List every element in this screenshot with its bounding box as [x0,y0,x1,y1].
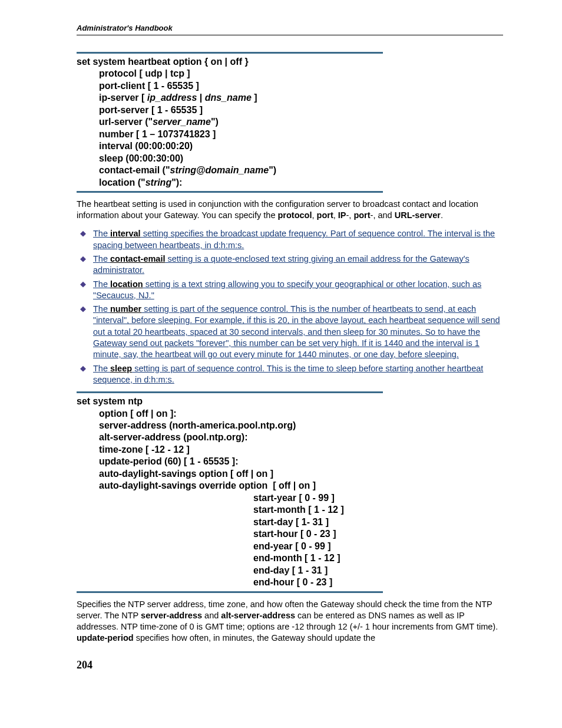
page-header: Administrator's Handbook [77,24,503,35]
cmd-line: contact-email ("string@domain_name") [77,164,276,176]
cmd-line: protocol [ udp | tcp ] [77,68,190,80]
command-box: set system ntp option [ off | on ]: serv… [77,391,383,593]
cmd-line: option [ off | on ]: [77,408,177,420]
cmd-line: start-month [ 1 - 12 ] [77,504,344,516]
paragraph: The heartbeat setting is used in conjunc… [77,199,503,221]
cmd-line: location ("string"): [77,177,182,189]
cmd-line: time-zone [ -12 - 12 ] [77,444,190,456]
cmd-line: start-day [ 1- 31 ] [77,516,329,528]
cmd-line: port-server [ 1 - 65535 ] [77,104,203,116]
cmd-line: number [ 1 – 1073741823 ] [77,129,216,140]
cmd-line: update-period (60) [ 1 - 65535 ]: [77,456,239,467]
cmd-line: end-year [ 0 - 99 ] [77,541,331,552]
cmd-line: ip-server [ ip_address | dns_name ] [77,92,257,104]
cmd-line: end-hour [ 0 - 23 ] [77,577,332,588]
list-item: The number setting is part of the sequen… [77,304,503,360]
command-block-ntp: set system ntp option [ off | on ]: serv… [77,391,503,593]
cmd-line: set system ntp [77,396,383,407]
cmd-line: start-hour [ 0 - 23 ] [77,528,336,540]
bullet-list: The interval setting specifies the broad… [77,228,503,386]
cmd-line: alt-server-address (pool.ntp.org): [77,431,247,443]
list-item: The contact-email setting is a quote-enc… [77,253,503,276]
cmd-line: set system heartbeat option { on | off } [77,56,383,68]
list-item: The location setting is a text string al… [77,279,503,302]
cmd-line: interval (00:00:00:20) [77,140,193,152]
cmd-line: end-month [ 1 - 12 ] [77,552,340,564]
cmd-line: sleep (00:00:30:00) [77,153,183,164]
cmd-line: server-address (north-america.pool.ntp.o… [77,420,296,431]
list-item: The interval setting specifies the broad… [77,228,503,251]
cmd-line: auto-daylight-savings option [ off | on … [77,468,273,480]
cmd-line: auto-daylight-savings override option [ … [77,480,316,492]
command-box: set system heartbeat option { on | off }… [77,52,383,193]
command-block-heartbeat: set system heartbeat option { on | off }… [77,52,503,193]
page-number: 204 [77,659,503,671]
cmd-line: port-client [ 1 - 65535 ] [77,80,199,92]
cmd-line: start-year [ 0 - 99 ] [77,492,335,504]
cmd-line: url-server ("server_name") [77,116,219,128]
page: Administrator's Handbook set system hear… [0,0,562,695]
paragraph: Specifies the NTP server address, time z… [77,599,503,644]
list-item: The sleep setting is part of sequence co… [77,363,503,386]
cmd-line: end-day [ 1 - 31 ] [77,565,328,577]
